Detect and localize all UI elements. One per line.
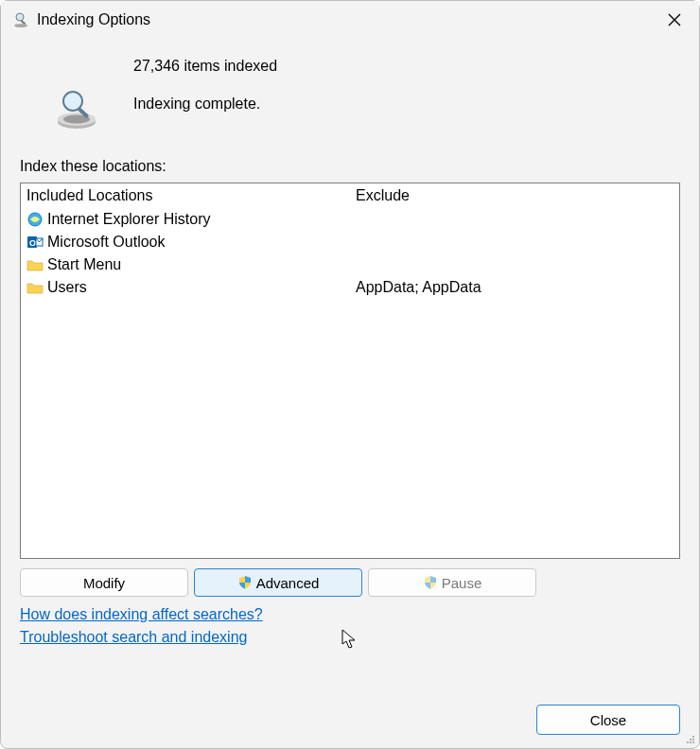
advanced-label: Advanced — [256, 575, 320, 591]
svg-point-15 — [692, 739, 694, 740]
window-title: Indexing Options — [37, 11, 661, 28]
pause-label: Pause — [442, 575, 482, 591]
close-icon[interactable] — [661, 7, 688, 33]
list-item[interactable]: Internet Explorer History — [26, 208, 344, 231]
uac-shield-icon — [423, 575, 438, 590]
svg-text:O: O — [29, 238, 36, 248]
list-item[interactable]: Users — [26, 276, 344, 299]
included-locations-header: Included Locations — [26, 185, 344, 208]
indexing-status: Indexing complete. — [133, 96, 680, 113]
close-button[interactable]: Close — [536, 705, 680, 735]
folder-icon — [26, 256, 44, 273]
exclude-value: AppData; AppData — [356, 276, 674, 299]
outlook-icon: O — [26, 234, 44, 251]
list-item[interactable]: O Microsoft Outlook — [26, 231, 344, 253]
modify-button[interactable]: Modify — [20, 568, 188, 597]
list-item[interactable]: Start Menu — [26, 253, 344, 276]
items-indexed-count: 27,346 items indexed — [133, 58, 680, 75]
svg-point-17 — [690, 741, 691, 743]
resize-grip[interactable] — [683, 732, 696, 745]
svg-point-2 — [14, 24, 27, 27]
exclude-value — [356, 208, 674, 231]
action-buttons: Modify Advanced Pause — [20, 568, 680, 597]
svg-point-13 — [692, 736, 694, 738]
troubleshoot-link[interactable]: Troubleshoot search and indexing — [20, 629, 247, 646]
help-link[interactable]: How does indexing affect searches? — [20, 606, 263, 623]
svg-point-16 — [687, 741, 689, 743]
status-header: 27,346 items indexed Indexing complete. — [1, 39, 699, 141]
locations-listbox[interactable]: Included Locations Internet Explorer His… — [20, 183, 680, 559]
advanced-button[interactable]: Advanced — [194, 568, 362, 597]
titlebar: Indexing Options — [1, 1, 699, 39]
svg-point-14 — [690, 739, 691, 740]
indexing-options-icon — [12, 11, 29, 28]
folder-icon — [26, 279, 44, 296]
indexing-options-dialog: Indexing Options 27,346 items indexed In… — [0, 0, 700, 749]
uac-shield-icon — [237, 575, 253, 590]
location-name: Microsoft Outlook — [47, 234, 165, 251]
svg-point-18 — [692, 741, 694, 743]
index-locations-label: Index these locations: — [1, 141, 699, 183]
exclude-value — [356, 231, 674, 253]
svg-point-0 — [16, 13, 24, 21]
pause-button: Pause — [368, 568, 536, 597]
ie-icon — [26, 211, 44, 228]
help-links: How does indexing affect searches? Troub… — [20, 606, 680, 652]
exclude-header: Exclude — [356, 185, 674, 208]
exclude-value — [356, 253, 674, 276]
location-name: Internet Explorer History — [47, 211, 211, 228]
location-name: Users — [47, 279, 87, 296]
location-name: Start Menu — [47, 256, 121, 273]
magnifier-drive-icon — [54, 86, 99, 131]
